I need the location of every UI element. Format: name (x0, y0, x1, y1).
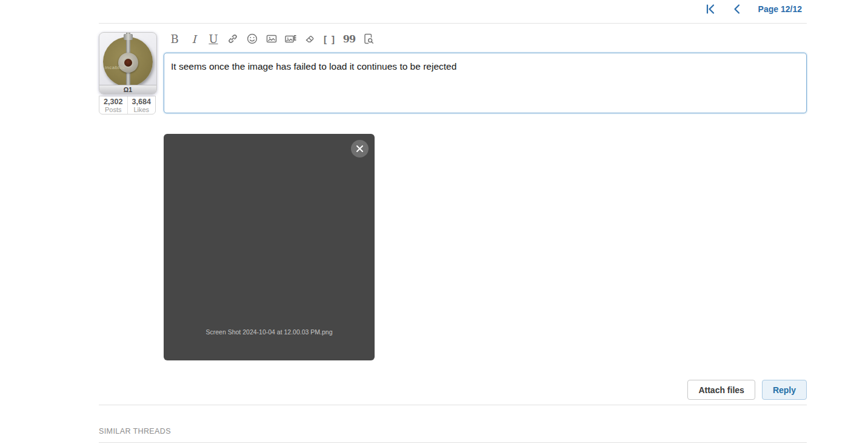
user-stats: 2,302 Posts 3,684 Likes (99, 96, 156, 114)
italic-button[interactable]: I (187, 31, 201, 46)
bold-button[interactable]: B (168, 31, 181, 46)
insert-image-button[interactable] (265, 31, 278, 46)
user-panel: incabloc Ω1 2,302 Posts 3,684 Likes (99, 32, 157, 114)
preview-icon (362, 33, 375, 45)
code-brackets-icon: [ ] (324, 34, 336, 44)
divider (99, 442, 807, 443)
likes-stat: 3,684 Likes (128, 96, 156, 114)
message-text: It seems once the image has failed to lo… (171, 61, 800, 73)
reply-editor: B I U (164, 30, 807, 113)
chevron-left-icon (732, 4, 743, 15)
quote-icon: 99 (343, 33, 355, 45)
reply-button[interactable]: Reply (762, 380, 807, 400)
first-page-icon (705, 4, 716, 15)
posts-count: 2,302 (99, 98, 127, 106)
likes-label: Likes (128, 106, 156, 113)
preview-button[interactable] (362, 31, 375, 46)
attach-files-button[interactable]: Attach files (687, 380, 755, 400)
reply-actions: Attach files Reply (687, 380, 807, 400)
media-gallery-icon (284, 33, 298, 45)
first-page-button[interactable] (704, 2, 717, 16)
avatar-username-strip: Ω1 (99, 85, 156, 94)
close-icon (355, 144, 364, 153)
insert-code-button[interactable]: [ ] (323, 31, 336, 46)
forum-reply-page: Page 12/12 incabloc Ω1 2,302 Posts 3,684… (0, 0, 868, 444)
underline-button[interactable]: U (207, 31, 220, 46)
insert-quote-button[interactable]: 99 (342, 31, 356, 46)
eraser-icon (304, 33, 316, 45)
page-indicator[interactable]: Page 12/12 (758, 2, 802, 16)
divider (99, 405, 807, 405)
image-icon (265, 33, 278, 45)
remove-formatting-button[interactable] (304, 31, 317, 46)
insert-link-button[interactable] (226, 31, 239, 46)
posts-stat: 2,302 Posts (99, 96, 128, 114)
likes-count: 3,684 (128, 98, 156, 106)
message-input[interactable]: It seems once the image has failed to lo… (164, 53, 807, 113)
smiley-icon (246, 33, 258, 45)
metal-bar-head (124, 34, 133, 40)
similar-threads-heading: SIMILAR THREADS (99, 427, 171, 436)
emoji-button[interactable] (245, 31, 259, 46)
link-icon (227, 33, 239, 45)
italic-icon: I (192, 33, 196, 45)
avatar[interactable]: incabloc Ω1 (99, 32, 157, 94)
pagination-bar: Page 12/12 (99, 0, 807, 24)
remove-attachment-button[interactable] (351, 140, 369, 157)
attachment-thumbnail[interactable]: Screen Shot 2024-10-04 at 12.00.03 PM.pn… (164, 134, 375, 360)
bold-icon: B (170, 33, 178, 45)
posts-label: Posts (99, 106, 127, 113)
editor-toolbar: B I U (164, 30, 807, 47)
previous-page-button[interactable] (730, 2, 744, 16)
attachment-filename: Screen Shot 2024-10-04 at 12.00.03 PM.pn… (164, 328, 375, 336)
avatar-watermark-text: incabloc (105, 65, 125, 70)
underline-icon: U (209, 33, 218, 45)
insert-media-button[interactable] (284, 31, 298, 46)
